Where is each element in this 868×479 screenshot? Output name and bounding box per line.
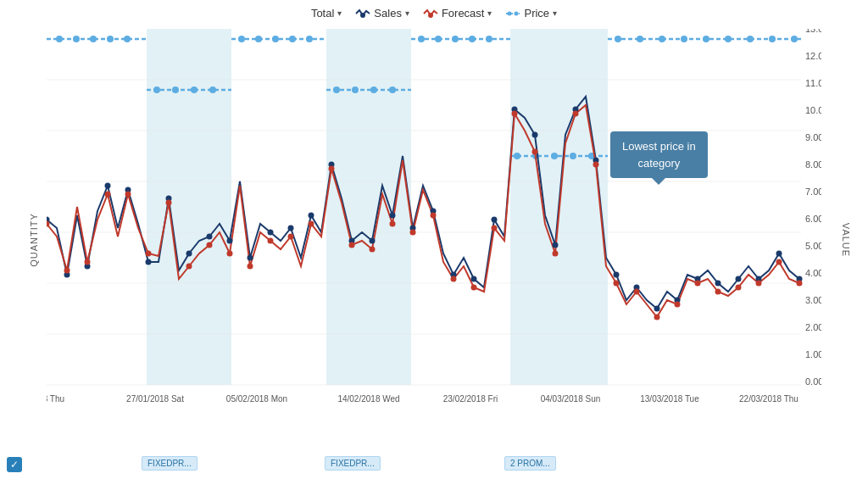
svg-point-47 bbox=[570, 153, 576, 159]
svg-point-83 bbox=[736, 276, 742, 282]
svg-point-29 bbox=[659, 36, 665, 42]
svg-point-31 bbox=[703, 36, 709, 42]
svg-point-36 bbox=[153, 86, 160, 93]
svg-point-42 bbox=[370, 86, 377, 93]
svg-point-97 bbox=[248, 264, 253, 270]
svg-point-32 bbox=[725, 36, 732, 42]
y-axis-right-ticks: 13.00 12.00 11.00 10.00 9.00 8.00 7.00 6… bbox=[805, 29, 821, 387]
svg-point-98 bbox=[268, 238, 274, 244]
legend-forecast[interactable]: Forecast ▾ bbox=[423, 7, 492, 19]
svg-point-73 bbox=[532, 132, 538, 138]
svg-point-99 bbox=[288, 234, 294, 240]
svg-point-34 bbox=[769, 36, 776, 42]
svg-point-17 bbox=[238, 36, 245, 42]
svg-point-107 bbox=[451, 276, 457, 282]
promo-badge-2[interactable]: FIXEDPR... bbox=[325, 456, 381, 471]
svg-point-124 bbox=[797, 281, 803, 287]
legend-sales[interactable]: Sales ▾ bbox=[355, 7, 409, 19]
svg-point-54 bbox=[146, 259, 152, 265]
svg-text:2.00: 2.00 bbox=[805, 322, 821, 332]
legend-total[interactable]: Total ▾ bbox=[311, 7, 342, 19]
svg-point-108 bbox=[471, 285, 477, 291]
legend-price-label: Price bbox=[524, 7, 549, 19]
svg-text:1.00: 1.00 bbox=[805, 349, 821, 359]
promo-region-1 bbox=[147, 29, 231, 385]
chart-svg: 700.00 600.00 500.00 400.00 300.00 200.0… bbox=[47, 29, 821, 419]
legend-sales-label: Sales bbox=[374, 7, 402, 19]
svg-point-89 bbox=[85, 259, 91, 265]
svg-point-74 bbox=[553, 242, 559, 248]
svg-point-38 bbox=[191, 86, 198, 93]
promo-badge-1[interactable]: FIXEDPR... bbox=[142, 456, 198, 471]
legend-price[interactable]: Price ▾ bbox=[505, 7, 557, 19]
svg-point-88 bbox=[64, 268, 70, 274]
promo-badge-3[interactable]: 2 PROM... bbox=[504, 456, 556, 471]
svg-point-58 bbox=[227, 238, 233, 244]
svg-text:13.00: 13.00 bbox=[805, 29, 821, 34]
svg-point-109 bbox=[492, 226, 498, 231]
legend-price-chevron: ▾ bbox=[553, 8, 557, 18]
svg-point-26 bbox=[486, 36, 492, 42]
svg-point-44 bbox=[514, 153, 520, 159]
svg-point-117 bbox=[654, 315, 660, 320]
legend-total-label: Total bbox=[311, 7, 334, 19]
svg-point-20 bbox=[289, 36, 296, 42]
svg-point-19 bbox=[272, 36, 279, 42]
svg-point-12 bbox=[56, 36, 63, 42]
x-axis-ticks: 2018 Thu 27/01/2018 Sat 05/02/2018 Mon 1… bbox=[47, 394, 798, 404]
svg-point-57 bbox=[207, 234, 213, 240]
svg-point-60 bbox=[268, 230, 274, 236]
svg-point-59 bbox=[248, 255, 253, 261]
svg-point-85 bbox=[776, 251, 782, 257]
svg-point-33 bbox=[747, 36, 754, 42]
svg-point-110 bbox=[512, 111, 518, 117]
y-axis-right-label: VALUE bbox=[841, 222, 851, 256]
svg-point-40 bbox=[333, 86, 340, 93]
svg-point-116 bbox=[634, 289, 640, 295]
svg-point-65 bbox=[370, 238, 376, 244]
legend-forecast-label: Forecast bbox=[442, 7, 485, 19]
svg-point-0 bbox=[360, 13, 365, 18]
svg-point-41 bbox=[352, 86, 359, 93]
svg-point-16 bbox=[124, 36, 131, 42]
svg-point-118 bbox=[675, 302, 681, 308]
svg-point-96 bbox=[227, 251, 233, 257]
svg-point-71 bbox=[492, 217, 498, 223]
svg-point-22 bbox=[418, 36, 425, 42]
svg-text:10.00: 10.00 bbox=[805, 105, 821, 115]
svg-text:14/02/2018 Wed: 14/02/2018 Wed bbox=[337, 394, 399, 404]
svg-text:4.00: 4.00 bbox=[805, 268, 821, 278]
svg-point-79 bbox=[654, 306, 660, 312]
svg-point-105 bbox=[410, 230, 416, 236]
svg-point-92 bbox=[146, 251, 152, 257]
svg-point-27 bbox=[615, 36, 621, 42]
y-axis-left-label: QUANTITY bbox=[29, 213, 39, 267]
svg-point-61 bbox=[288, 226, 294, 231]
svg-point-101 bbox=[329, 166, 335, 172]
svg-point-115 bbox=[614, 281, 620, 287]
svg-point-4 bbox=[515, 11, 519, 15]
svg-point-95 bbox=[207, 242, 213, 248]
forecast-icon bbox=[423, 8, 438, 19]
svg-point-93 bbox=[166, 200, 172, 206]
svg-point-111 bbox=[532, 149, 538, 155]
svg-point-3 bbox=[508, 11, 512, 15]
svg-text:11.00: 11.00 bbox=[805, 78, 821, 88]
svg-point-120 bbox=[715, 289, 721, 295]
svg-text:2018 Thu: 2018 Thu bbox=[47, 394, 64, 404]
price-icon bbox=[505, 8, 520, 19]
svg-point-46 bbox=[551, 153, 558, 159]
bottom-checkbox[interactable] bbox=[7, 457, 22, 472]
svg-point-43 bbox=[389, 86, 396, 93]
svg-point-119 bbox=[695, 281, 701, 287]
chart-container: Total ▾ Sales ▾ Forecast ▾ Price ▾ QUANT… bbox=[0, 0, 868, 479]
svg-text:5.00: 5.00 bbox=[805, 241, 821, 251]
svg-point-90 bbox=[105, 192, 111, 198]
svg-point-1 bbox=[428, 13, 433, 18]
svg-point-56 bbox=[186, 251, 192, 257]
svg-point-23 bbox=[435, 36, 442, 42]
svg-text:0.00: 0.00 bbox=[805, 376, 821, 387]
svg-point-14 bbox=[90, 36, 97, 42]
svg-text:22/03/2018 Thu: 22/03/2018 Thu bbox=[739, 394, 798, 404]
svg-point-39 bbox=[209, 86, 216, 93]
